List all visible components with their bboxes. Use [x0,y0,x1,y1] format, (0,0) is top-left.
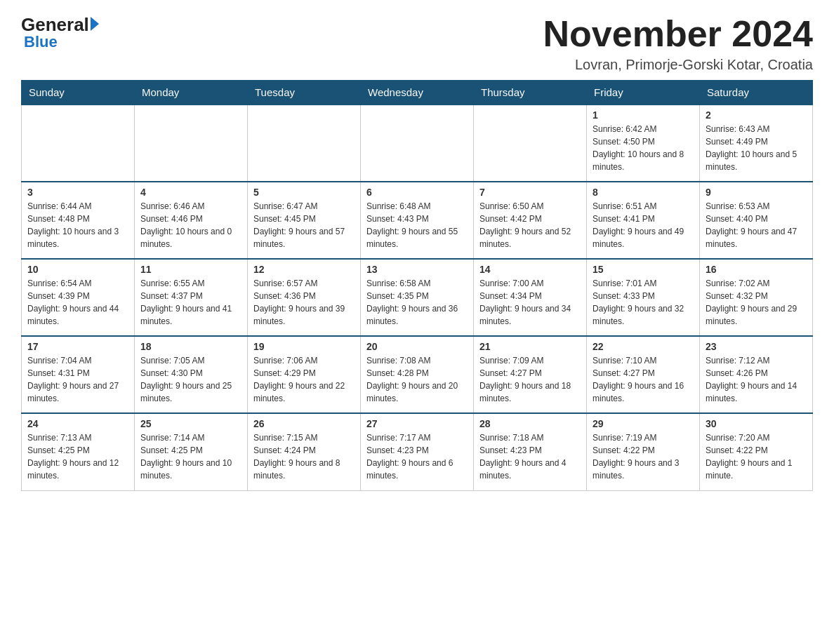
calendar-table: Sunday Monday Tuesday Wednesday Thursday… [21,80,813,491]
day-number: 14 [479,264,581,275]
day-info: Sunrise: 6:46 AM Sunset: 4:46 PM Dayligh… [140,200,241,250]
day-info: Sunrise: 7:06 AM Sunset: 4:29 PM Dayligh… [253,354,355,405]
calendar-week-row: 10Sunrise: 6:54 AM Sunset: 4:39 PM Dayli… [22,259,813,336]
day-number: 3 [27,187,128,198]
day-info: Sunrise: 6:51 AM Sunset: 4:41 PM Dayligh… [593,200,694,250]
calendar-week-row: 3Sunrise: 6:44 AM Sunset: 4:48 PM Daylig… [22,182,813,259]
calendar-week-row: 24Sunrise: 7:13 AM Sunset: 4:25 PM Dayli… [22,413,813,490]
table-row: 5Sunrise: 6:47 AM Sunset: 4:45 PM Daylig… [248,182,361,259]
day-info: Sunrise: 7:05 AM Sunset: 4:30 PM Dayligh… [140,354,241,405]
table-row: 8Sunrise: 6:51 AM Sunset: 4:41 PM Daylig… [587,182,700,259]
day-number: 16 [706,264,807,275]
day-info: Sunrise: 7:17 AM Sunset: 4:23 PM Dayligh… [366,431,468,482]
table-row: 20Sunrise: 7:08 AM Sunset: 4:28 PM Dayli… [361,336,474,413]
day-info: Sunrise: 6:42 AM Sunset: 4:50 PM Dayligh… [593,123,694,173]
day-number: 30 [706,418,807,429]
table-row: 19Sunrise: 7:06 AM Sunset: 4:29 PM Dayli… [248,336,361,413]
col-sunday: Sunday [22,81,135,105]
location-subtitle: Lovran, Primorje-Gorski Kotar, Croatia [543,57,813,73]
day-number: 17 [27,341,128,352]
col-tuesday: Tuesday [248,81,361,105]
day-info: Sunrise: 7:04 AM Sunset: 4:31 PM Dayligh… [27,354,128,405]
table-row: 10Sunrise: 6:54 AM Sunset: 4:39 PM Dayli… [22,259,135,336]
table-row: 14Sunrise: 7:00 AM Sunset: 4:34 PM Dayli… [474,259,587,336]
day-info: Sunrise: 7:19 AM Sunset: 4:22 PM Dayligh… [593,431,694,482]
day-info: Sunrise: 6:54 AM Sunset: 4:39 PM Dayligh… [27,277,128,328]
table-row [22,105,135,182]
table-row: 22Sunrise: 7:10 AM Sunset: 4:27 PM Dayli… [587,336,700,413]
day-number: 21 [479,341,581,352]
day-number: 11 [140,264,241,275]
day-number: 1 [593,109,694,121]
table-row: 29Sunrise: 7:19 AM Sunset: 4:22 PM Dayli… [587,413,700,490]
day-number: 8 [593,187,694,198]
day-number: 10 [27,264,128,275]
table-row: 15Sunrise: 7:01 AM Sunset: 4:33 PM Dayli… [587,259,700,336]
day-number: 23 [706,341,807,352]
day-info: Sunrise: 6:58 AM Sunset: 4:35 PM Dayligh… [366,277,468,328]
day-number: 28 [479,418,581,429]
logo: General Blue [21,14,99,51]
day-info: Sunrise: 6:53 AM Sunset: 4:40 PM Dayligh… [706,200,807,250]
table-row: 16Sunrise: 7:02 AM Sunset: 4:32 PM Dayli… [700,259,813,336]
calendar-week-row: 1Sunrise: 6:42 AM Sunset: 4:50 PM Daylig… [22,105,813,182]
table-row [135,105,248,182]
day-info: Sunrise: 7:14 AM Sunset: 4:25 PM Dayligh… [140,431,241,482]
day-info: Sunrise: 7:18 AM Sunset: 4:23 PM Dayligh… [479,431,581,482]
day-number: 27 [366,418,468,429]
calendar-week-row: 17Sunrise: 7:04 AM Sunset: 4:31 PM Dayli… [22,336,813,413]
day-number: 19 [253,341,355,352]
table-row: 25Sunrise: 7:14 AM Sunset: 4:25 PM Dayli… [135,413,248,490]
day-info: Sunrise: 7:01 AM Sunset: 4:33 PM Dayligh… [593,277,694,328]
table-row: 17Sunrise: 7:04 AM Sunset: 4:31 PM Dayli… [22,336,135,413]
day-number: 29 [593,418,694,429]
day-info: Sunrise: 6:50 AM Sunset: 4:42 PM Dayligh… [479,200,581,250]
table-row: 27Sunrise: 7:17 AM Sunset: 4:23 PM Dayli… [361,413,474,490]
day-number: 25 [140,418,241,429]
table-row: 3Sunrise: 6:44 AM Sunset: 4:48 PM Daylig… [22,182,135,259]
col-thursday: Thursday [474,81,587,105]
day-number: 9 [706,187,807,198]
table-row: 9Sunrise: 6:53 AM Sunset: 4:40 PM Daylig… [700,182,813,259]
table-row: 1Sunrise: 6:42 AM Sunset: 4:50 PM Daylig… [587,105,700,182]
table-row [474,105,587,182]
table-row: 13Sunrise: 6:58 AM Sunset: 4:35 PM Dayli… [361,259,474,336]
table-row: 24Sunrise: 7:13 AM Sunset: 4:25 PM Dayli… [22,413,135,490]
day-number: 5 [253,187,355,198]
day-number: 15 [593,264,694,275]
day-info: Sunrise: 6:44 AM Sunset: 4:48 PM Dayligh… [27,200,128,250]
day-info: Sunrise: 7:10 AM Sunset: 4:27 PM Dayligh… [593,354,694,405]
day-info: Sunrise: 6:48 AM Sunset: 4:43 PM Dayligh… [366,200,468,250]
day-number: 26 [253,418,355,429]
table-row: 7Sunrise: 6:50 AM Sunset: 4:42 PM Daylig… [474,182,587,259]
day-info: Sunrise: 6:57 AM Sunset: 4:36 PM Dayligh… [253,277,355,328]
table-row [248,105,361,182]
logo-blue: Blue [24,33,58,51]
day-info: Sunrise: 7:08 AM Sunset: 4:28 PM Dayligh… [366,354,468,405]
title-section: November 2024 Lovran, Primorje-Gorski Ko… [543,14,813,73]
table-row: 4Sunrise: 6:46 AM Sunset: 4:46 PM Daylig… [135,182,248,259]
col-saturday: Saturday [700,81,813,105]
day-info: Sunrise: 6:55 AM Sunset: 4:37 PM Dayligh… [140,277,241,328]
table-row: 28Sunrise: 7:18 AM Sunset: 4:23 PM Dayli… [474,413,587,490]
day-info: Sunrise: 7:20 AM Sunset: 4:22 PM Dayligh… [706,431,807,482]
table-row: 26Sunrise: 7:15 AM Sunset: 4:24 PM Dayli… [248,413,361,490]
day-number: 18 [140,341,241,352]
day-info: Sunrise: 7:15 AM Sunset: 4:24 PM Dayligh… [253,431,355,482]
table-row: 30Sunrise: 7:20 AM Sunset: 4:22 PM Dayli… [700,413,813,490]
table-row: 23Sunrise: 7:12 AM Sunset: 4:26 PM Dayli… [700,336,813,413]
table-row: 6Sunrise: 6:48 AM Sunset: 4:43 PM Daylig… [361,182,474,259]
day-number: 12 [253,264,355,275]
month-title: November 2024 [543,14,813,54]
table-row: 12Sunrise: 6:57 AM Sunset: 4:36 PM Dayli… [248,259,361,336]
table-row [361,105,474,182]
day-info: Sunrise: 7:12 AM Sunset: 4:26 PM Dayligh… [706,354,807,405]
logo-arrow-icon [91,17,99,31]
day-number: 22 [593,341,694,352]
day-number: 20 [366,341,468,352]
day-info: Sunrise: 7:00 AM Sunset: 4:34 PM Dayligh… [479,277,581,328]
page-header: General Blue November 2024 Lovran, Primo… [21,14,813,73]
day-number: 24 [27,418,128,429]
calendar-header-row: Sunday Monday Tuesday Wednesday Thursday… [22,81,813,105]
col-wednesday: Wednesday [361,81,474,105]
